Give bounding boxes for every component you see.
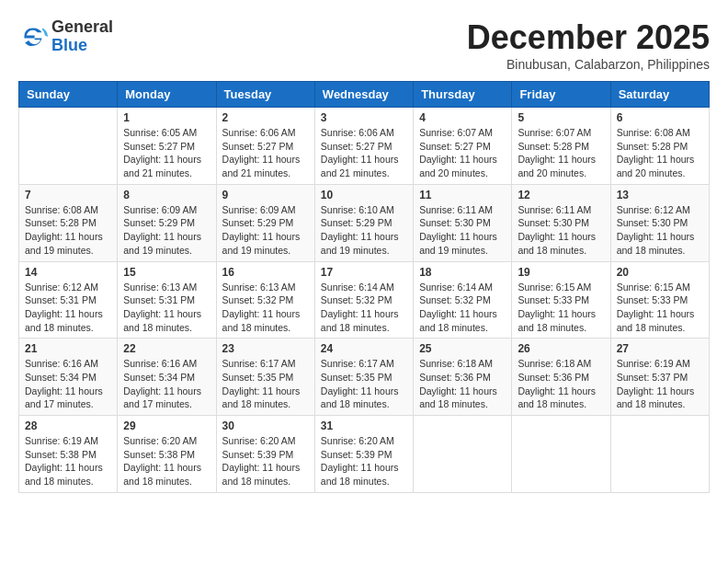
sunrise-text: Sunrise: 6:11 AM (518, 203, 604, 217)
calendar-week-row: 21Sunrise: 6:16 AMSunset: 5:34 PMDayligh… (19, 339, 710, 416)
sunset-text: Sunset: 5:36 PM (518, 371, 604, 385)
sunset-text: Sunset: 5:31 PM (25, 293, 111, 307)
day-info: Sunrise: 6:16 AMSunset: 5:34 PMDaylight:… (123, 357, 210, 411)
daylight-text: Daylight: 11 hours and 18 minutes. (419, 307, 506, 334)
calendar-cell: 22Sunrise: 6:16 AMSunset: 5:34 PMDayligh… (118, 339, 216, 416)
day-info: Sunrise: 6:17 AMSunset: 5:35 PMDaylight:… (321, 357, 407, 411)
day-info: Sunrise: 6:17 AMSunset: 5:35 PMDaylight:… (222, 357, 309, 411)
calendar-cell: 17Sunrise: 6:14 AMSunset: 5:32 PMDayligh… (314, 261, 413, 339)
daylight-text: Daylight: 11 hours and 19 minutes. (321, 230, 407, 257)
sunset-text: Sunset: 5:30 PM (518, 216, 604, 230)
calendar-cell: 13Sunrise: 6:12 AMSunset: 5:30 PMDayligh… (610, 184, 709, 261)
day-info: Sunrise: 6:06 AMSunset: 5:27 PMDaylight:… (321, 126, 407, 180)
daylight-text: Daylight: 11 hours and 18 minutes. (518, 385, 604, 411)
sunrise-text: Sunrise: 6:13 AM (123, 281, 210, 294)
sunrise-text: Sunrise: 6:09 AM (222, 203, 309, 217)
calendar-cell: 6Sunrise: 6:08 AMSunset: 5:28 PMDaylight… (610, 108, 709, 185)
sunset-text: Sunset: 5:29 PM (222, 216, 309, 230)
calendar-cell: 19Sunrise: 6:15 AMSunset: 5:33 PMDayligh… (512, 261, 610, 339)
sunrise-text: Sunrise: 6:15 AM (617, 281, 703, 294)
daylight-text: Daylight: 11 hours and 18 minutes. (123, 307, 210, 334)
sunset-text: Sunset: 5:32 PM (321, 293, 407, 307)
sunset-text: Sunset: 5:27 PM (123, 140, 210, 154)
day-number: 16 (222, 266, 309, 279)
sunrise-text: Sunrise: 6:07 AM (518, 126, 604, 140)
calendar-cell: 27Sunrise: 6:19 AMSunset: 5:37 PMDayligh… (610, 339, 709, 416)
calendar-cell: 10Sunrise: 6:10 AMSunset: 5:29 PMDayligh… (314, 184, 413, 261)
sunset-text: Sunset: 5:39 PM (222, 448, 309, 462)
calendar-cell: 3Sunrise: 6:06 AMSunset: 5:27 PMDaylight… (314, 108, 413, 185)
daylight-text: Daylight: 11 hours and 18 minutes. (222, 461, 309, 488)
day-info: Sunrise: 6:10 AMSunset: 5:29 PMDaylight:… (321, 203, 407, 258)
day-number: 13 (617, 189, 703, 201)
day-number: 20 (617, 266, 703, 279)
daylight-text: Daylight: 11 hours and 18 minutes. (321, 385, 407, 411)
logo-text: General Blue (51, 18, 113, 55)
sunrise-text: Sunrise: 6:08 AM (617, 126, 703, 140)
day-header-wednesday: Wednesday (314, 82, 413, 108)
calendar-cell: 1Sunrise: 6:05 AMSunset: 5:27 PMDaylight… (118, 108, 216, 185)
day-info: Sunrise: 6:08 AMSunset: 5:28 PMDaylight:… (25, 203, 111, 258)
calendar-cell: 5Sunrise: 6:07 AMSunset: 5:28 PMDaylight… (512, 108, 610, 185)
sunrise-text: Sunrise: 6:08 AM (25, 203, 111, 217)
sunset-text: Sunset: 5:29 PM (123, 216, 210, 230)
sunset-text: Sunset: 5:27 PM (419, 140, 506, 154)
daylight-text: Daylight: 11 hours and 19 minutes. (222, 230, 309, 257)
day-info: Sunrise: 6:09 AMSunset: 5:29 PMDaylight:… (123, 203, 210, 258)
daylight-text: Daylight: 11 hours and 19 minutes. (419, 230, 506, 257)
day-number: 3 (321, 111, 407, 124)
calendar-cell: 12Sunrise: 6:11 AMSunset: 5:30 PMDayligh… (512, 184, 610, 261)
day-number: 29 (123, 419, 210, 432)
sunset-text: Sunset: 5:38 PM (123, 448, 210, 462)
day-number: 26 (518, 342, 604, 355)
calendar-cell: 21Sunrise: 6:16 AMSunset: 5:34 PMDayligh… (19, 339, 118, 416)
day-info: Sunrise: 6:05 AMSunset: 5:27 PMDaylight:… (123, 126, 210, 180)
calendar-header-row: SundayMondayTuesdayWednesdayThursdayFrid… (19, 82, 710, 108)
day-header-tuesday: Tuesday (216, 82, 314, 108)
day-number: 15 (123, 266, 210, 279)
daylight-text: Daylight: 11 hours and 18 minutes. (222, 307, 309, 334)
day-info: Sunrise: 6:19 AMSunset: 5:38 PMDaylight:… (25, 434, 111, 488)
sunrise-text: Sunrise: 6:20 AM (123, 434, 210, 448)
sunset-text: Sunset: 5:28 PM (25, 216, 111, 230)
day-info: Sunrise: 6:13 AMSunset: 5:31 PMDaylight:… (123, 281, 210, 335)
sunset-text: Sunset: 5:29 PM (321, 216, 407, 230)
sunrise-text: Sunrise: 6:06 AM (222, 126, 309, 140)
day-number: 22 (123, 342, 210, 355)
daylight-text: Daylight: 11 hours and 19 minutes. (123, 230, 210, 257)
daylight-text: Daylight: 11 hours and 21 minutes. (222, 153, 309, 179)
daylight-text: Daylight: 11 hours and 18 minutes. (25, 307, 111, 334)
day-header-saturday: Saturday (610, 82, 709, 108)
sunset-text: Sunset: 5:36 PM (419, 371, 506, 385)
day-number: 11 (419, 189, 506, 201)
daylight-text: Daylight: 11 hours and 20 minutes. (518, 153, 604, 179)
sunset-text: Sunset: 5:39 PM (321, 448, 407, 462)
calendar-cell (19, 108, 118, 185)
calendar-cell: 11Sunrise: 6:11 AMSunset: 5:30 PMDayligh… (414, 184, 512, 261)
calendar-cell: 7Sunrise: 6:08 AMSunset: 5:28 PMDaylight… (19, 184, 118, 261)
day-info: Sunrise: 6:16 AMSunset: 5:34 PMDaylight:… (25, 357, 111, 411)
sunrise-text: Sunrise: 6:16 AM (25, 357, 111, 371)
calendar-week-row: 7Sunrise: 6:08 AMSunset: 5:28 PMDaylight… (19, 184, 710, 261)
day-info: Sunrise: 6:18 AMSunset: 5:36 PMDaylight:… (518, 357, 604, 411)
day-info: Sunrise: 6:11 AMSunset: 5:30 PMDaylight:… (518, 203, 604, 258)
sunrise-text: Sunrise: 6:20 AM (321, 434, 407, 448)
sunset-text: Sunset: 5:27 PM (222, 140, 309, 154)
day-number: 7 (25, 189, 111, 201)
sunrise-text: Sunrise: 6:16 AM (123, 357, 210, 371)
day-info: Sunrise: 6:11 AMSunset: 5:30 PMDaylight:… (419, 203, 506, 258)
day-number: 4 (419, 111, 506, 124)
daylight-text: Daylight: 11 hours and 18 minutes. (123, 461, 210, 488)
day-info: Sunrise: 6:12 AMSunset: 5:30 PMDaylight:… (617, 203, 703, 258)
day-number: 8 (123, 189, 210, 201)
sunrise-text: Sunrise: 6:13 AM (222, 281, 309, 294)
sunset-text: Sunset: 5:28 PM (518, 140, 604, 154)
day-info: Sunrise: 6:13 AMSunset: 5:32 PMDaylight:… (222, 281, 309, 335)
sunrise-text: Sunrise: 6:18 AM (518, 357, 604, 371)
calendar-cell: 9Sunrise: 6:09 AMSunset: 5:29 PMDaylight… (216, 184, 314, 261)
sunset-text: Sunset: 5:38 PM (25, 448, 111, 462)
day-info: Sunrise: 6:07 AMSunset: 5:28 PMDaylight:… (518, 126, 604, 180)
day-number: 30 (222, 419, 309, 432)
day-info: Sunrise: 6:12 AMSunset: 5:31 PMDaylight:… (25, 281, 111, 335)
calendar-week-row: 14Sunrise: 6:12 AMSunset: 5:31 PMDayligh… (19, 261, 710, 339)
